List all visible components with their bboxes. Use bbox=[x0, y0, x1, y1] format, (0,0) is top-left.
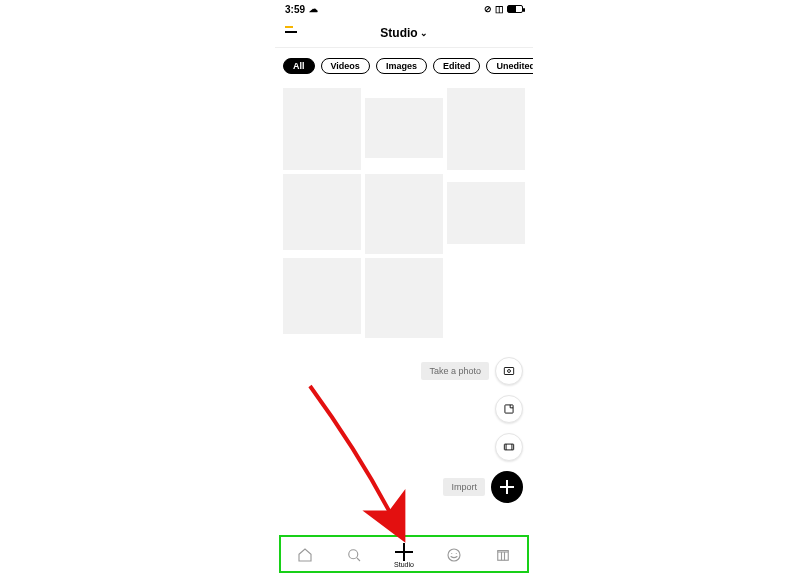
nav-face[interactable] bbox=[445, 546, 463, 564]
battery-icon bbox=[507, 5, 523, 13]
menu-button[interactable] bbox=[285, 26, 297, 33]
svg-rect-6 bbox=[497, 552, 508, 560]
face-icon bbox=[445, 546, 463, 564]
filter-edited[interactable]: Edited bbox=[433, 58, 481, 74]
media-thumbnail[interactable] bbox=[365, 174, 443, 254]
nav-home[interactable] bbox=[296, 546, 314, 564]
film-icon bbox=[502, 440, 516, 454]
media-thumbnail[interactable] bbox=[365, 98, 443, 158]
fab-camera-button[interactable] bbox=[495, 357, 523, 385]
nav-studio-label: Studio bbox=[394, 561, 414, 568]
title-dropdown[interactable]: Studio ⌄ bbox=[380, 26, 427, 40]
top-bar: Studio ⌄ bbox=[275, 18, 533, 48]
media-thumbnail[interactable] bbox=[447, 88, 525, 170]
media-grid bbox=[275, 82, 533, 344]
status-time: 3:59 bbox=[285, 4, 305, 15]
fab-label-import: Import bbox=[443, 478, 485, 496]
filter-videos[interactable]: Videos bbox=[321, 58, 370, 74]
filter-unedited[interactable]: Unedited bbox=[486, 58, 533, 74]
wifi-icon: ⊘ bbox=[484, 4, 492, 14]
bottom-nav: Studio bbox=[279, 535, 529, 573]
home-icon bbox=[296, 546, 314, 564]
fab-note-button[interactable] bbox=[495, 395, 523, 423]
svg-rect-0 bbox=[504, 368, 513, 375]
fab-film-button[interactable] bbox=[495, 433, 523, 461]
nav-studio[interactable]: Studio bbox=[394, 543, 414, 568]
search-icon bbox=[345, 546, 363, 564]
status-bar: 3:59 ☁ ⊘ ◫ bbox=[275, 0, 533, 18]
nav-search[interactable] bbox=[345, 546, 363, 564]
store-icon bbox=[494, 546, 512, 564]
filter-all[interactable]: All bbox=[283, 58, 315, 74]
nav-store[interactable] bbox=[494, 546, 512, 564]
svg-rect-2 bbox=[505, 405, 513, 413]
cloud-icon: ☁ bbox=[309, 4, 318, 14]
camera-icon bbox=[502, 364, 516, 378]
filter-images[interactable]: Images bbox=[376, 58, 427, 74]
page-title: Studio bbox=[380, 26, 417, 40]
fab-label-take-photo: Take a photo bbox=[421, 362, 489, 380]
media-thumbnail[interactable] bbox=[283, 88, 361, 170]
media-thumbnail[interactable] bbox=[447, 182, 525, 244]
filter-chips: All Videos Images Edited Unedited P bbox=[275, 48, 533, 82]
media-thumbnail[interactable] bbox=[283, 258, 361, 334]
chevron-down-icon: ⌄ bbox=[420, 28, 428, 38]
media-thumbnail[interactable] bbox=[283, 174, 361, 250]
plus-icon bbox=[395, 543, 413, 561]
fab-add-button[interactable] bbox=[491, 471, 523, 503]
svg-point-1 bbox=[508, 370, 511, 373]
fab-menu: Take a photo Import bbox=[421, 357, 523, 503]
phone-frame: 3:59 ☁ ⊘ ◫ Studio ⌄ All Videos Images Ed… bbox=[275, 0, 533, 575]
signal-icon: ◫ bbox=[495, 4, 504, 14]
note-icon bbox=[502, 402, 516, 416]
media-thumbnail[interactable] bbox=[365, 258, 443, 338]
svg-point-5 bbox=[448, 549, 460, 561]
svg-point-4 bbox=[349, 550, 358, 559]
